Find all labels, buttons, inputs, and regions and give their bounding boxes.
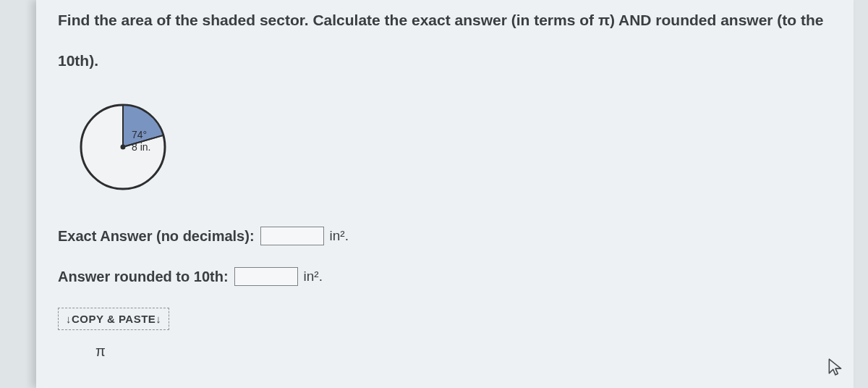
- svg-point-3: [121, 145, 126, 150]
- question-line-2: 10th).: [58, 49, 839, 72]
- exact-answer-row: Exact Answer (no decimals): in².: [58, 227, 854, 245]
- rounded-answer-label: Answer rounded to 10th:: [58, 269, 229, 285]
- question-line-1: Find the area of the shaded sector. Calc…: [58, 12, 824, 28]
- rounded-answer-row: Answer rounded to 10th: in².: [58, 267, 854, 286]
- pi-symbol[interactable]: π: [95, 343, 854, 360]
- rounded-answer-unit: in².: [304, 269, 323, 284]
- exact-answer-input[interactable]: [260, 227, 324, 245]
- exact-answer-unit: in².: [330, 228, 349, 244]
- question-text: Find the area of the shaded sector. Calc…: [58, 9, 854, 72]
- worksheet-page: Find the area of the shaded sector. Calc…: [36, 0, 854, 388]
- exact-answer-label: Exact Answer (no decimals):: [58, 228, 255, 245]
- radius-label: 8 in.: [132, 141, 150, 153]
- copy-paste-label: ↓COPY & PASTE↓: [58, 308, 169, 330]
- angle-label: 74°: [132, 129, 147, 140]
- cursor-icon: [826, 358, 845, 376]
- sector-diagram: 74° 8 in.: [72, 96, 854, 201]
- copy-paste-section: ↓COPY & PASTE↓: [58, 308, 854, 330]
- circle-sector-svg: 74° 8 in.: [72, 96, 181, 198]
- rounded-answer-input[interactable]: [234, 267, 298, 286]
